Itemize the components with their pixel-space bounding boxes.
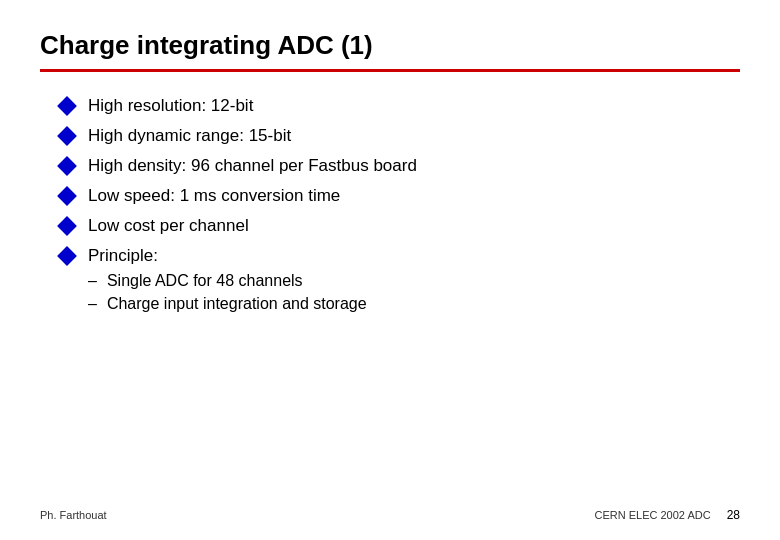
- list-item: High resolution: 12-bit: [60, 96, 740, 116]
- list-item-principle: Principle: – Single ADC for 48 channels …: [60, 246, 740, 318]
- bullet-icon: [57, 186, 77, 206]
- footer-author: Ph. Farthouat: [40, 509, 107, 521]
- bullet-text: Low cost per channel: [88, 216, 249, 236]
- sub-text: Charge input integration and storage: [107, 295, 367, 313]
- title-area: Charge integrating ADC (1): [40, 30, 740, 72]
- sub-text: Single ADC for 48 channels: [107, 272, 303, 290]
- bullet-icon: [57, 246, 77, 266]
- sub-list-item: – Single ADC for 48 channels: [88, 272, 367, 290]
- bullet-text: High density: 96 channel per Fastbus boa…: [88, 156, 417, 176]
- bullet-text: High resolution: 12-bit: [88, 96, 253, 116]
- footer-page: 28: [727, 508, 740, 522]
- bullet-icon: [57, 96, 77, 116]
- list-item: Low cost per channel: [60, 216, 740, 236]
- sub-list-item: – Charge input integration and storage: [88, 295, 367, 313]
- sub-dash: –: [88, 295, 97, 313]
- sub-bullet-list: – Single ADC for 48 channels – Charge in…: [88, 272, 367, 318]
- list-item: High density: 96 channel per Fastbus boa…: [60, 156, 740, 176]
- footer-conference: CERN ELEC 2002 ADC: [594, 509, 710, 521]
- bullet-icon: [57, 156, 77, 176]
- slide-title: Charge integrating ADC (1): [40, 30, 740, 61]
- sub-dash: –: [88, 272, 97, 290]
- list-item: Low speed: 1 ms conversion time: [60, 186, 740, 206]
- footer-right: CERN ELEC 2002 ADC 28: [594, 508, 740, 522]
- bullet-icon: [57, 216, 77, 236]
- bullet-text: High dynamic range: 15-bit: [88, 126, 291, 146]
- red-rule: [40, 69, 740, 72]
- footer: Ph. Farthouat CERN ELEC 2002 ADC 28: [40, 508, 740, 522]
- bullet-list: High resolution: 12-bit High dynamic ran…: [60, 96, 740, 318]
- bullet-icon: [57, 126, 77, 146]
- list-item: High dynamic range: 15-bit: [60, 126, 740, 146]
- bullet-text: Principle:: [88, 246, 158, 266]
- slide: Charge integrating ADC (1) High resoluti…: [0, 0, 780, 540]
- bullet-text: Low speed: 1 ms conversion time: [88, 186, 340, 206]
